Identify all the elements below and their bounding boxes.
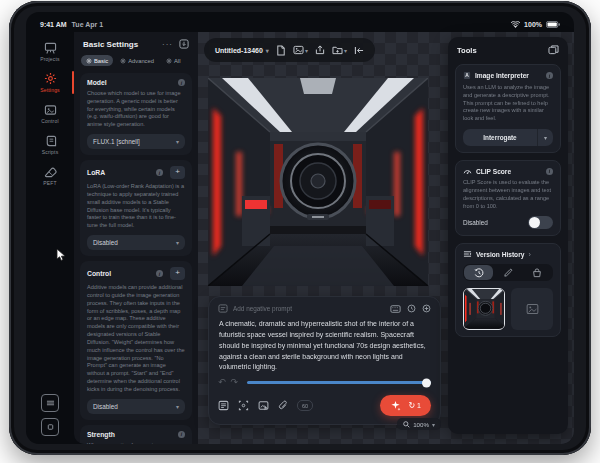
basket-icon: [532, 268, 542, 278]
add-lora-button[interactable]: +: [170, 166, 185, 179]
tab-all[interactable]: All: [161, 55, 185, 66]
model-dropdown[interactable]: FLUX.1 [schnell] ▾: [87, 134, 185, 149]
history-icon[interactable]: [407, 304, 416, 313]
basket-tab[interactable]: [523, 265, 552, 280]
history-clock-icon: [474, 268, 484, 278]
add-control-button[interactable]: +: [170, 267, 185, 280]
settings-tabs: Basic Advanced All: [81, 55, 191, 66]
generated-image[interactable]: [208, 78, 428, 286]
document-a-icon: A: [463, 71, 471, 80]
chevron-down-icon: ▾: [432, 421, 435, 428]
toggle-knob: [529, 217, 540, 228]
model-section-title: Model: [87, 79, 174, 86]
notes-icon[interactable]: [218, 400, 229, 411]
chevron-down-icon[interactable]: ▾: [537, 129, 553, 146]
info-icon[interactable]: i: [178, 431, 185, 438]
zoom-level: 100%: [413, 421, 429, 428]
image-interpreter-description: Uses an LLM to analyze the image and gen…: [463, 84, 553, 123]
project-folder-button[interactable]: ▾: [332, 45, 347, 55]
undo-icon[interactable]: ↶: [218, 378, 226, 387]
tab-basic[interactable]: Basic: [81, 55, 113, 66]
save-settings-icon[interactable]: [179, 39, 189, 49]
generate-button[interactable]: ↻ 1: [380, 395, 431, 416]
redo-icon[interactable]: ↷: [231, 378, 239, 387]
canvas-toolbar: Untitled-13460 ▾ ▾ ▾: [204, 38, 375, 62]
negative-prompt-input[interactable]: Add negative prompt: [233, 305, 385, 312]
prompt-strength-slider[interactable]: [247, 381, 431, 385]
edits-tab[interactable]: [493, 265, 522, 280]
info-icon[interactable]: i: [156, 270, 163, 277]
settings-panel-title: Basic Settings: [83, 40, 138, 49]
sidebar-item-scripts[interactable]: Scripts: [26, 129, 74, 160]
tab-advanced[interactable]: Advanced: [115, 55, 159, 66]
scripts-icon: [44, 135, 57, 147]
lora-section: LoRA i + LoRA (Low-order Rank Adaptation…: [80, 160, 192, 256]
image-picker-icon[interactable]: [258, 400, 269, 411]
version-list-icon: [463, 250, 472, 258]
panels-icon[interactable]: [548, 45, 559, 55]
collapse-panel-button[interactable]: [354, 46, 364, 55]
attachment-icon[interactable]: [278, 400, 288, 411]
app-screen: 9:41 AM Tue Apr 1 100% Projects Settings: [26, 12, 574, 444]
basic-settings-panel: Basic Settings ··· Basic Advanced: [74, 32, 198, 444]
slider-knob[interactable]: [422, 378, 431, 387]
prompt-card: Add negative prompt A cinematic, dramati…: [208, 296, 441, 425]
zoom-control[interactable]: 100% ▾: [397, 418, 441, 430]
keyboard-icon: [46, 399, 55, 407]
history-tab[interactable]: [464, 265, 493, 280]
keyboard-shortcuts-button[interactable]: [41, 394, 59, 412]
info-icon[interactable]: i: [546, 168, 553, 175]
more-options-icon[interactable]: ···: [162, 40, 173, 49]
clip-score-title: CLIP Score: [476, 168, 542, 175]
keyboard-icon[interactable]: [390, 305, 401, 313]
info-icon[interactable]: i: [156, 169, 163, 176]
share-button[interactable]: [315, 45, 325, 55]
version-history-title: Version History: [476, 251, 524, 258]
app-info-button[interactable]: [41, 418, 59, 436]
clip-score-toggle-label: Disabled: [463, 219, 488, 226]
gear-icon: [166, 58, 172, 64]
sidebar-item-peft[interactable]: PEFT: [26, 160, 74, 191]
clip-score-toggle[interactable]: [528, 216, 553, 229]
sidebar-item-settings[interactable]: Settings: [26, 67, 74, 98]
chevron-down-icon: ▾: [176, 138, 179, 145]
crop-select-icon[interactable]: [238, 400, 249, 411]
tools-panel: Tools A Image Interpreter i Uses an LLM …: [448, 37, 568, 434]
prompt-text[interactable]: A cinematic, dramatic and hyperrealistic…: [219, 319, 430, 373]
tools-panel-title: Tools: [457, 46, 477, 55]
steps-badge[interactable]: 60: [297, 400, 313, 411]
control-description: Additive models can provide additional c…: [87, 284, 185, 394]
import-image-icon: [293, 45, 304, 55]
version-history-tabs: [463, 264, 553, 281]
info-icon[interactable]: i: [546, 72, 553, 79]
canvas-area[interactable]: Untitled-13460 ▾ ▾ ▾: [198, 32, 574, 444]
sparkle-wand-icon: [390, 400, 401, 411]
svg-text:A: A: [465, 73, 469, 78]
info-icon[interactable]: i: [178, 79, 185, 86]
chevron-right-icon[interactable]: ›: [528, 251, 530, 258]
gauge-icon: [463, 167, 472, 175]
model-section: Model i Choose which model to use for im…: [80, 73, 192, 155]
sidebar-item-control[interactable]: Control: [26, 98, 74, 129]
share-icon: [315, 45, 325, 55]
plus-circle-icon[interactable]: [422, 304, 431, 313]
control-dropdown[interactable]: Disabled ▾: [87, 399, 185, 414]
document-title-menu[interactable]: Untitled-13460 ▾: [215, 47, 269, 54]
battery-icon: [546, 21, 560, 28]
pencil-icon: [503, 268, 513, 278]
new-document-icon: [276, 45, 286, 56]
sidebar-item-projects[interactable]: Projects: [26, 36, 74, 67]
status-bar: 9:41 AM Tue Apr 1 100%: [26, 12, 574, 32]
lora-section-title: LoRA: [87, 169, 152, 176]
new-document-button[interactable]: [276, 45, 286, 56]
control-section-title: Control: [87, 270, 152, 277]
version-thumbnail-placeholder[interactable]: [511, 288, 553, 330]
nav-rail: Projects Settings Control Scripts PEFT: [26, 32, 74, 444]
status-time: 9:41 AM: [40, 21, 67, 28]
version-thumbnail-selected[interactable]: [463, 288, 505, 330]
gear-icon: [44, 72, 57, 85]
import-image-button[interactable]: ▾: [293, 45, 308, 55]
model-description: Choose which model to use for image gene…: [87, 90, 185, 129]
lora-dropdown[interactable]: Disabled ▾: [87, 235, 185, 250]
interrogate-button[interactable]: Interrogate ▾: [463, 129, 553, 146]
